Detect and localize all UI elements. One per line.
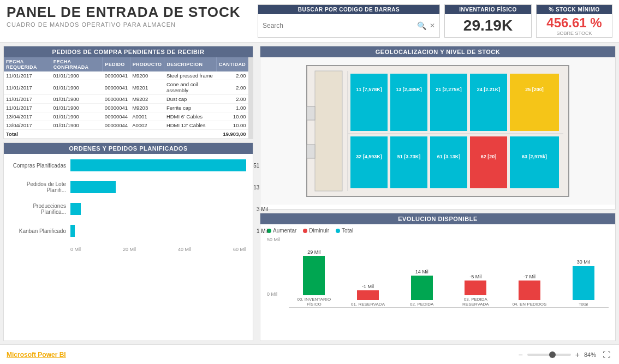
orders-col-header: FECHA REQUERIDA (4, 57, 51, 71)
table-row: 13/04/201701/01/190000000044A0002HDMI 12… (4, 121, 248, 130)
svg-text:21 [2,275K]: 21 [2,275K] (436, 87, 462, 92)
table-cell: 2.00 (216, 80, 248, 95)
search-icon: 🔍 (417, 21, 426, 30)
table-cell: M9203 (130, 104, 164, 112)
zoom-out-button[interactable]: − (516, 350, 525, 359)
kpi-inventario-value: 29.19K (445, 14, 531, 37)
total-value: 19.903,00 (216, 130, 248, 139)
table-cell: 01/01/1900 (51, 80, 103, 95)
table-cell: 11/01/2017 (4, 71, 51, 80)
page-title: PANEL DE ENTRADA DE STOCK (7, 4, 258, 20)
evol-bar (303, 256, 325, 295)
kpi-stock-value: 456.61 % (546, 15, 602, 31)
legend-label: Diminuir (309, 228, 329, 234)
x-axis-label: 40 Mil (178, 247, 191, 252)
svg-text:62 [20]: 62 [20] (481, 154, 497, 159)
table-cell: 2.00 (216, 71, 248, 80)
evol-bar-value: -5 Mil (469, 274, 481, 279)
table-cell: 00000041 (103, 71, 130, 80)
table-cell: 00000041 (103, 95, 130, 104)
bar-value: 3 Mil (257, 206, 268, 212)
page-subtitle: CUADRO DE MANDOS OPERATIVO PARA ALMACEN (7, 21, 258, 28)
orders-col-header: FECHA CONFIRMADA (51, 57, 103, 71)
table-row: 11/01/201701/01/190000000041M9200Steel p… (4, 71, 248, 80)
evol-bar-value: 30 Mil (577, 259, 590, 265)
table-cell: A0001 (130, 112, 164, 121)
evol-section: EVOLUCION DISPONIBLE AumentarDiminuirTot… (260, 213, 616, 341)
y-max: 50 Mil (267, 237, 280, 242)
table-cell: 10.00 (216, 121, 248, 130)
search-input[interactable] (263, 22, 414, 29)
powerbi-link[interactable]: Microsoft Power BI (7, 351, 66, 359)
geo-map: 11 [7,578K] 13 [2,485K] 21 [2,275K] 24 [… (260, 57, 615, 205)
evol-bar-value: -7 Mil (523, 274, 535, 279)
table-cell: 11/01/2017 (4, 80, 51, 95)
svg-rect-4 (350, 74, 388, 131)
table-cell: 10.00 (216, 112, 248, 121)
zoom-controls: − + 84% (516, 350, 596, 359)
table-cell: 00000041 (103, 104, 130, 112)
svg-text:61 [3.13K]: 61 [3.13K] (437, 154, 461, 159)
svg-rect-8 (430, 74, 467, 131)
list-item: Kanban Planificado 1 Mil (10, 225, 246, 237)
x-axis-label: 60 Mil (233, 247, 246, 252)
table-cell: 01/01/1900 (51, 121, 103, 130)
search-box: BUSCAR POR CODIGO DE BARRAS 🔍 ✕ (258, 4, 440, 38)
zoom-slider[interactable] (527, 354, 571, 356)
bar-label: Kanban Planificado (10, 228, 70, 234)
table-cell: M9200 (130, 71, 164, 80)
evol-bar-value: -1 Mil (362, 284, 374, 289)
evol-bar-label: 01. RESERVADA (351, 302, 385, 307)
table-cell: Ferrite cap (164, 104, 216, 112)
orders-table-section: PEDIDOS DE COMPRA PENDIENTES DE RECIBIR … (3, 46, 253, 139)
x-axis-label: 20 Mil (123, 247, 136, 252)
table-cell: 1.00 (216, 104, 248, 112)
orders-chart-section: ORDENES Y PEDIDOS PLANIFICADOS Compras P… (3, 142, 253, 341)
bottom-bar: Microsoft Power BI − + 84% ⛶ (0, 344, 619, 364)
svg-rect-25 (307, 145, 315, 158)
evol-bar-value: 14 Mil (415, 269, 428, 275)
svg-text:51 [3.73K]: 51 [3.73K] (397, 154, 421, 159)
legend-item: Aumentar (267, 228, 296, 234)
warehouse-map: 11 [7,578K] 13 [2,485K] 21 [2,275K] 24 [… (304, 63, 572, 199)
geo-section: GEOLOCALIZACION Y NIVEL DE STOCK (260, 46, 616, 210)
orders-table: FECHA REQUERIDAFECHA CONFIRMADAPEDIDOPRO… (4, 57, 248, 139)
table-cell: M9202 (130, 95, 164, 104)
table-row: 11/01/201701/01/190000000041M9203Ferrite… (4, 104, 248, 112)
evol-bar (357, 290, 379, 300)
svg-rect-16 (390, 136, 427, 188)
table-cell: 13/04/2017 (4, 121, 51, 130)
table-cell: HDMI 6' Cables (164, 112, 216, 121)
table-row: 11/01/201701/01/190000000041M9202Dust ca… (4, 95, 248, 104)
svg-rect-1 (315, 71, 342, 191)
evol-bar (519, 281, 540, 300)
svg-text:13 [2,485K]: 13 [2,485K] (396, 87, 422, 92)
bar-label: Compras Planificadas (10, 163, 70, 169)
kpi-inventario: INVENTARIO FÍSICO 29.19K (444, 4, 532, 38)
evol-bar-col: 29 Mil 00. INVENTARIOFÍSICO (289, 249, 340, 307)
zoom-in-button[interactable]: + (573, 350, 582, 359)
svg-rect-14 (350, 136, 388, 188)
table-cell: 00000044 (103, 121, 130, 130)
legend-item: Total (336, 228, 353, 234)
kpi-stock-label: % STOCK MÍNIMO (537, 5, 612, 14)
evol-bar-value: 29 Mil (307, 249, 320, 255)
bar-label: Pedidos de Lote Planifi... (10, 181, 70, 193)
fullscreen-icon[interactable]: ⛶ (600, 350, 612, 359)
orders-col-header: PRODUCTO (130, 57, 164, 71)
search-clear-icon[interactable]: ✕ (430, 22, 435, 29)
evol-header: EVOLUCION DISPONIBLE (260, 213, 615, 224)
svg-rect-18 (430, 136, 467, 188)
legend-item: Diminuir (303, 228, 329, 234)
evol-bar-label: 03. PEDIDARESERVADA (462, 297, 489, 307)
evol-bar-col: 14 Mil 02. PEDIDA (396, 269, 447, 307)
svg-rect-12 (510, 74, 559, 131)
table-cell: M9201 (130, 80, 164, 95)
table-cell: Cone and coil assembly (164, 80, 216, 95)
svg-rect-10 (470, 74, 507, 131)
table-row: 13/04/201701/01/190000000044A0001HDMI 6'… (4, 112, 248, 121)
total-label: Total (4, 130, 216, 139)
table-cell: A0002 (130, 121, 164, 130)
table-cell: 01/01/1900 (51, 71, 103, 80)
svg-text:11 [7,578K]: 11 [7,578K] (356, 87, 382, 92)
